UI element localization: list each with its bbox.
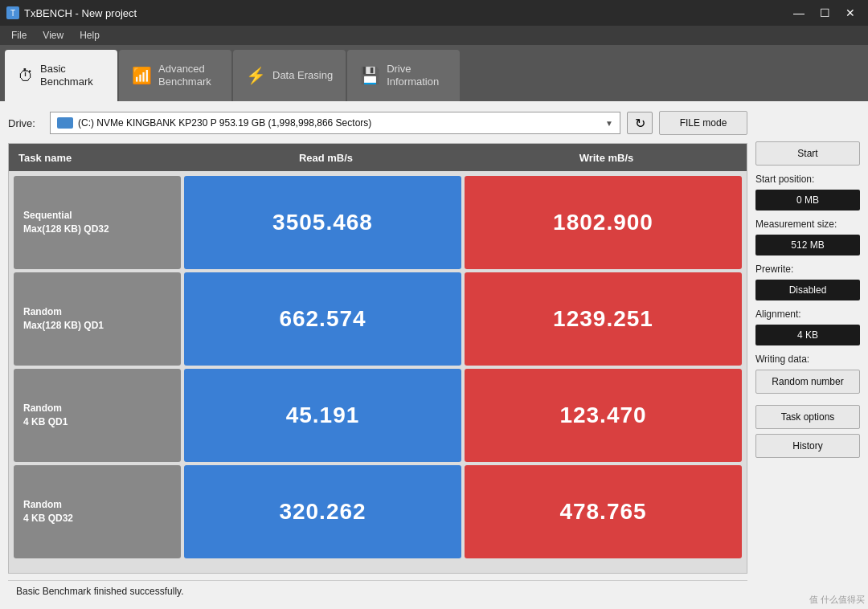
status-bar: Basic Benchmark finished successfully. bbox=[8, 580, 747, 601]
tab-bar: ⏱ BasicBenchmark 📶 AdvancedBenchmark ⚡ D… bbox=[0, 45, 868, 101]
write-value-3: 478.765 bbox=[465, 465, 742, 558]
benchmark-table: Task name Read mB/s Write mB/s Sequentia… bbox=[8, 143, 747, 574]
table-row: Random4 KB QD1 45.191 123.470 bbox=[14, 369, 742, 462]
col-read-header: Read mB/s bbox=[186, 152, 466, 164]
window-title: TxBENCH - New project bbox=[24, 7, 137, 19]
task-options-button[interactable]: Task options bbox=[755, 405, 860, 429]
history-button[interactable]: History bbox=[755, 434, 860, 458]
title-bar-controls: — ☐ ✕ bbox=[788, 5, 862, 21]
table-row: SequentialMax(128 KB) QD32 3505.468 1802… bbox=[14, 176, 742, 269]
tab-data-erasing-label: Data Erasing bbox=[272, 69, 333, 82]
maximize-button[interactable]: ☐ bbox=[813, 5, 836, 21]
task-name-0: SequentialMax(128 KB) QD32 bbox=[14, 176, 181, 269]
title-bar: T TxBENCH - New project — ☐ ✕ bbox=[0, 0, 868, 26]
tab-drive-information-label: DriveInformation bbox=[387, 63, 439, 88]
app-icon: T bbox=[6, 6, 19, 19]
prewrite-label: Prewrite: bbox=[755, 264, 860, 275]
drive-row: Drive: (C:) NVMe KINGBANK KP230 P 953.19… bbox=[8, 109, 747, 137]
watermark: 值 什么值得买 bbox=[809, 594, 865, 606]
status-text: Basic Benchmark finished successfully. bbox=[16, 586, 184, 597]
menu-view[interactable]: View bbox=[36, 28, 70, 43]
menu-file[interactable]: File bbox=[5, 28, 33, 43]
measurement-size-label: Measurement size: bbox=[755, 219, 860, 230]
write-value-2: 123.470 bbox=[465, 369, 742, 462]
basic-benchmark-icon: ⏱ bbox=[18, 67, 34, 85]
drive-select-inner: (C:) NVMe KINGBANK KP230 P 953.19 GB (1,… bbox=[57, 117, 371, 129]
menu-bar: File View Help bbox=[0, 26, 868, 45]
task-name-2: Random4 KB QD1 bbox=[14, 369, 181, 462]
table-header: Task name Read mB/s Write mB/s bbox=[9, 144, 747, 171]
task-name-1: RandomMax(128 KB) QD1 bbox=[14, 272, 181, 366]
drive-label: Drive: bbox=[8, 117, 43, 129]
prewrite-value: Disabled bbox=[755, 280, 860, 300]
drive-value: (C:) NVMe KINGBANK KP230 P 953.19 GB (1,… bbox=[78, 117, 371, 129]
left-panel: Drive: (C:) NVMe KINGBANK KP230 P 953.19… bbox=[8, 109, 747, 601]
menu-help[interactable]: Help bbox=[73, 28, 106, 43]
close-button[interactable]: ✕ bbox=[839, 5, 862, 21]
write-value-0: 1802.900 bbox=[465, 176, 742, 269]
drive-information-icon: 💾 bbox=[360, 66, 380, 85]
data-erasing-icon: ⚡ bbox=[246, 66, 266, 85]
tab-basic-benchmark-label: BasicBenchmark bbox=[40, 63, 93, 88]
tab-basic-benchmark[interactable]: ⏱ BasicBenchmark bbox=[5, 50, 117, 101]
start-position-value: 0 MB bbox=[755, 190, 860, 210]
col-task-header: Task name bbox=[9, 152, 186, 164]
table-row: RandomMax(128 KB) QD1 662.574 1239.251 bbox=[14, 272, 742, 366]
main-content: Drive: (C:) NVMe KINGBANK KP230 P 953.19… bbox=[0, 101, 868, 609]
write-value-1: 1239.251 bbox=[465, 272, 742, 366]
tab-data-erasing[interactable]: ⚡ Data Erasing bbox=[233, 50, 346, 101]
task-name-3: Random4 KB QD32 bbox=[14, 465, 181, 558]
writing-data-label: Writing data: bbox=[755, 354, 860, 365]
refresh-button[interactable]: ↻ bbox=[627, 112, 653, 134]
alignment-label: Alignment: bbox=[755, 309, 860, 320]
writing-data-button[interactable]: Random number bbox=[755, 370, 860, 394]
read-value-2: 45.191 bbox=[184, 369, 461, 462]
measurement-size-value: 512 MB bbox=[755, 235, 860, 255]
drive-disk-icon bbox=[57, 117, 73, 129]
dropdown-arrow-icon: ▼ bbox=[605, 119, 613, 128]
title-bar-left: T TxBENCH - New project bbox=[6, 6, 137, 19]
tab-advanced-benchmark[interactable]: 📶 AdvancedBenchmark bbox=[119, 50, 231, 101]
right-panel: Start Start position: 0 MB Measurement s… bbox=[755, 109, 860, 601]
read-value-3: 320.262 bbox=[184, 465, 461, 558]
minimize-button[interactable]: — bbox=[788, 5, 810, 21]
start-position-label: Start position: bbox=[755, 174, 860, 185]
drive-select[interactable]: (C:) NVMe KINGBANK KP230 P 953.19 GB (1,… bbox=[50, 112, 620, 134]
advanced-benchmark-icon: 📶 bbox=[132, 66, 152, 85]
tab-drive-information[interactable]: 💾 DriveInformation bbox=[347, 50, 460, 101]
read-value-0: 3505.468 bbox=[184, 176, 461, 269]
table-rows: SequentialMax(128 KB) QD32 3505.468 1802… bbox=[9, 171, 747, 573]
tab-advanced-benchmark-label: AdvancedBenchmark bbox=[158, 63, 211, 88]
col-write-header: Write mB/s bbox=[466, 152, 747, 164]
start-button[interactable]: Start bbox=[755, 141, 860, 166]
table-row: Random4 KB QD32 320.262 478.765 bbox=[14, 465, 742, 558]
read-value-1: 662.574 bbox=[184, 272, 461, 366]
file-mode-button[interactable]: FILE mode bbox=[659, 111, 747, 135]
alignment-value: 4 KB bbox=[755, 325, 860, 345]
